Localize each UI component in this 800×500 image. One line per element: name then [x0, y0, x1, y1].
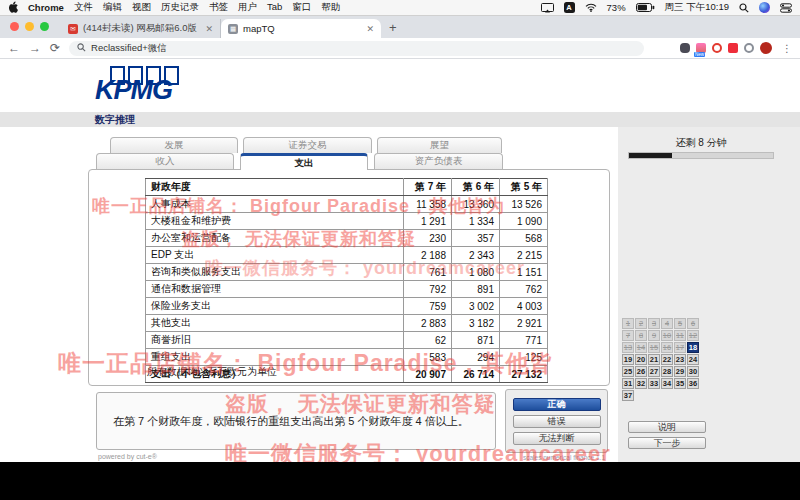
close-window-button[interactable]: [10, 22, 19, 31]
question-nav-cell[interactable]: 18: [687, 342, 699, 353]
reload-button[interactable]: ⟳: [50, 41, 60, 55]
question-nav-cell[interactable]: 15: [648, 342, 660, 353]
menubar-menu-item[interactable]: 书签: [209, 1, 228, 14]
question-nav-cell[interactable]: 24: [687, 354, 699, 365]
tab-证券交易[interactable]: 证券交易: [243, 137, 372, 153]
question-nav-cell[interactable]: 11: [674, 330, 686, 341]
question-nav-cell[interactable]: 16: [661, 342, 673, 353]
question-nav-cell[interactable]: 28: [661, 366, 673, 377]
question-nav-cell[interactable]: 23: [674, 354, 686, 365]
table-header-cell: 财政年度: [146, 179, 404, 196]
battery-percent: 73%: [607, 2, 626, 13]
question-nav-cell[interactable]: 37: [622, 390, 634, 401]
next-button[interactable]: 下一步: [628, 437, 706, 449]
forward-button[interactable]: →: [29, 41, 41, 55]
apple-menu-icon[interactable]: [8, 1, 18, 15]
question-nav-cell[interactable]: 12: [687, 330, 699, 341]
menubar-menu-item[interactable]: 用户: [238, 1, 257, 14]
answer-option[interactable]: 正确: [513, 398, 601, 411]
menubar-menu-item[interactable]: 历史记录: [161, 1, 199, 14]
question-nav-grid: 1234567891011121314151617181920212223242…: [622, 318, 699, 401]
question-nav-cell[interactable]: 30: [687, 366, 699, 377]
profile-avatar[interactable]: [760, 42, 772, 54]
question-nav-cell[interactable]: 14: [635, 342, 647, 353]
screen-mirroring-icon[interactable]: [541, 3, 554, 13]
extension-icon-dark[interactable]: [680, 43, 690, 53]
menubar-clock[interactable]: 周三 下午10:19: [665, 1, 729, 14]
instructions-button[interactable]: 说明: [628, 421, 706, 433]
address-bar[interactable]: Reclassified+微信: [69, 41, 644, 56]
close-tab-icon[interactable]: ✕: [366, 24, 374, 34]
tab-资产负债表[interactable]: 资产负债表: [374, 153, 503, 169]
question-nav-cell[interactable]: 4: [661, 318, 673, 329]
question-nav-cell[interactable]: 9: [648, 330, 660, 341]
question-nav-cell[interactable]: 20: [635, 354, 647, 365]
back-button[interactable]: ←: [8, 41, 20, 55]
wifi-icon[interactable]: [585, 3, 597, 12]
minimize-window-button[interactable]: [25, 22, 34, 31]
question-nav-cell[interactable]: 32: [635, 378, 647, 389]
menubar-menu-item[interactable]: 编辑: [103, 1, 122, 14]
question-nav-cell[interactable]: 25: [622, 366, 634, 377]
question-nav-cell[interactable]: 34: [661, 378, 673, 389]
question-nav-cell[interactable]: 29: [674, 366, 686, 377]
new-tab-button[interactable]: +: [389, 20, 397, 35]
tab-收入[interactable]: 收入: [96, 153, 234, 169]
zoom-window-button[interactable]: [40, 22, 49, 31]
close-tab-icon[interactable]: ✕: [205, 24, 213, 34]
menubar-app-name[interactable]: Chrome: [28, 2, 64, 13]
table-value-cell: 357: [452, 230, 500, 247]
question-nav-cell[interactable]: 22: [661, 354, 673, 365]
menubar-menu-item[interactable]: 视图: [132, 1, 151, 14]
menubar-menu-item[interactable]: 帮助: [321, 1, 340, 14]
question-nav-cell[interactable]: 8: [635, 330, 647, 341]
table-row: 商誉折旧62871771: [146, 332, 548, 349]
tab-发展[interactable]: 发展: [110, 137, 238, 153]
question-nav-cell[interactable]: 7: [622, 330, 634, 341]
right-panel: [618, 127, 800, 462]
question-nav-cell[interactable]: 10: [661, 330, 673, 341]
menubar-menu-item[interactable]: 文件: [74, 1, 93, 14]
question-nav-cell[interactable]: 13: [622, 342, 634, 353]
question-nav-cell[interactable]: 27: [648, 366, 660, 377]
tab-maptq[interactable]: ▦ mapTQ ✕: [221, 19, 381, 38]
question-nav-cell[interactable]: 36: [687, 378, 699, 389]
browser-menu-icon[interactable]: ⋮: [782, 43, 792, 54]
extension-icon-gray[interactable]: [744, 43, 754, 53]
question-nav-cell[interactable]: 1: [622, 318, 634, 329]
table-header-cell: 第 7 年: [404, 179, 452, 196]
question-nav-cell[interactable]: 5: [674, 318, 686, 329]
menubar-menu-item[interactable]: 窗口: [292, 1, 311, 14]
tab-支出[interactable]: 支出: [240, 153, 368, 170]
search-icon: [77, 43, 86, 54]
tab-展望[interactable]: 展望: [377, 137, 502, 153]
siri-icon[interactable]: [759, 2, 770, 13]
menubar-menu-item[interactable]: Tab: [267, 1, 282, 14]
input-method-icon[interactable]: A: [564, 2, 575, 13]
menubar-menus: 文件编辑视图历史记录书签用户Tab窗口帮助: [74, 1, 340, 14]
section-bar: 数字推理: [0, 112, 800, 127]
question-nav-cell[interactable]: 26: [635, 366, 647, 377]
extension-icon-opera[interactable]: [712, 43, 722, 53]
screen: Chrome 文件编辑视图历史记录书签用户Tab窗口帮助 A 73% 周三 下午…: [0, 0, 800, 500]
spotlight-search-icon[interactable]: [739, 3, 749, 13]
question-nav-cell[interactable]: 19: [622, 354, 634, 365]
table-value-cell: 762: [500, 281, 548, 298]
window-controls[interactable]: [10, 22, 49, 31]
tab-mail[interactable]: ✉ (414封未读) 网易邮箱6.0版 ✕: [61, 19, 221, 38]
control-center-icon[interactable]: [780, 3, 792, 13]
answer-option[interactable]: 错误: [513, 415, 601, 428]
question-nav-cell[interactable]: 3: [648, 318, 660, 329]
question-nav-cell[interactable]: 17: [674, 342, 686, 353]
question-nav-cell[interactable]: 35: [674, 378, 686, 389]
extension-icon-xiaohongshu[interactable]: [728, 43, 738, 53]
table-value-cell: 891: [452, 281, 500, 298]
table-label-cell: 商誉折旧: [146, 332, 404, 349]
question-nav-cell[interactable]: 21: [648, 354, 660, 365]
table-row: 通信和数据管理792891762: [146, 281, 548, 298]
question-nav-cell[interactable]: 33: [648, 378, 660, 389]
question-nav-cell[interactable]: 2: [635, 318, 647, 329]
question-nav-cell[interactable]: 6: [687, 318, 699, 329]
extension-icon-photo[interactable]: New: [696, 43, 706, 53]
question-nav-cell[interactable]: 31: [622, 378, 634, 389]
